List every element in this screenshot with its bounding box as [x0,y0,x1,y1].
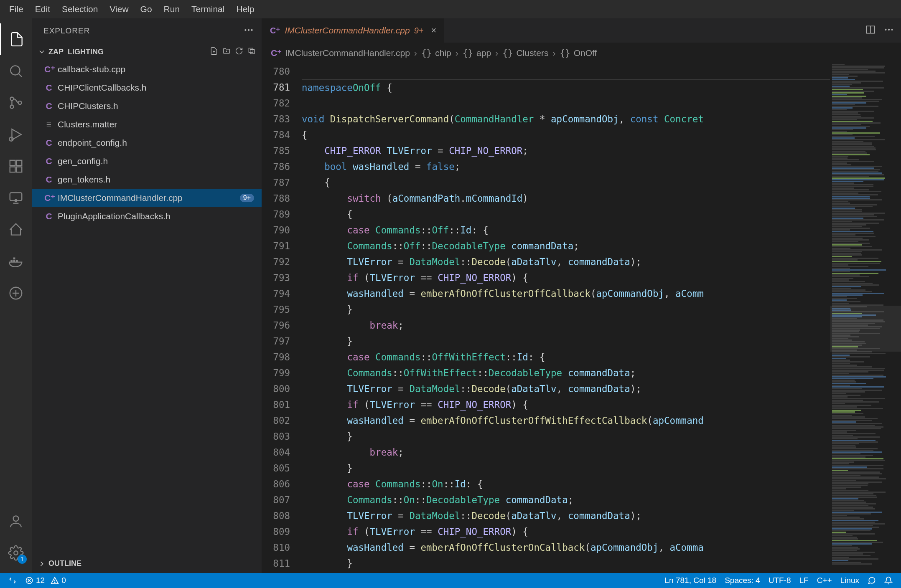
menu-run[interactable]: Run [158,4,186,14]
cpp-file-icon: C⁺ [44,193,53,203]
code-line[interactable]: wasHandled = emberAfOnOffClusterOffWithE… [302,413,830,428]
new-folder-icon[interactable] [222,47,231,57]
cursor-position[interactable]: Ln 781, Col 18 [661,576,721,585]
language-mode[interactable]: C++ [813,576,836,585]
code-line[interactable]: bool wasHandled = false; [302,159,830,175]
minimap[interactable] [830,63,901,573]
file-item-chipclusters-h[interactable]: CCHIPClusters.h [32,97,262,115]
code-line[interactable]: { [302,127,830,143]
encoding[interactable]: UTF-8 [764,576,795,585]
code-line[interactable]: case Commands::OffWithEffect::Id: { [302,349,830,365]
home-icon[interactable] [0,214,32,246]
file-item-chipclientcallbacks-h[interactable]: CCHIPClientCallbacks.h [32,79,262,97]
line-number: 786 [262,159,290,175]
code-line[interactable]: if (TLVError == CHIP_NO_ERROR) { [302,524,830,540]
tab-active[interactable]: C⁺ IMClusterCommandHandler.cpp 9+ × [262,18,444,43]
search-icon[interactable] [0,55,32,87]
remote-indicator[interactable] [4,576,21,585]
outline-section-header[interactable]: OUTLINE [32,554,262,573]
os-indicator[interactable]: Linux [836,576,863,585]
code-line[interactable]: if (TLVError == CHIP_NO_ERROR) { [302,270,830,286]
close-icon[interactable]: × [431,25,436,36]
breadcrumb-item-onoff[interactable]: {} OnOff [560,48,597,58]
code-container[interactable]: 7807817827837847857867877887897907917927… [262,63,901,573]
split-editor-icon[interactable] [865,24,876,37]
sidebar-section-header[interactable]: ZAP_LIGHTING [32,43,262,60]
svg-point-20 [14,551,18,555]
code-line[interactable]: Commands::Off::DecodableType commandData… [302,238,830,254]
file-item-gen_tokens-h[interactable]: Cgen_tokens.h [32,170,262,189]
remote-explorer-icon[interactable] [0,182,32,214]
sidebar-more-icon[interactable] [243,25,254,38]
code-line[interactable]: break; [302,317,830,333]
menu-terminal[interactable]: Terminal [186,4,230,14]
code-line[interactable]: case Commands::Off::Id: { [302,222,830,238]
breadcrumb[interactable]: C⁺ IMClusterCommandHandler.cpp›{} chip›{… [262,43,901,63]
code-line[interactable]: namespaceOnOff { [302,79,830,95]
minimap-viewport[interactable] [830,306,901,352]
code-line[interactable]: TLVError = DataModel::Decode(aDataTlv, c… [302,254,830,270]
breadcrumb-item-clusters[interactable]: {} Clusters [502,48,548,58]
extensions-icon[interactable] [0,150,32,182]
code-line[interactable]: TLVError = DataModel::Decode(aDataTlv, c… [302,508,830,524]
file-item-endpoint_config-h[interactable]: Cendpoint_config.h [32,134,262,152]
code-line[interactable]: wasHandled = emberAfOnOffClusterOffCallb… [302,286,830,302]
file-item-callback-stub-cpp[interactable]: C⁺callback-stub.cpp [32,60,262,79]
explorer-icon[interactable] [0,23,32,55]
line-number: 792 [262,254,290,270]
file-name: IMClusterCommandHandler.cpp [58,193,183,203]
feedback-icon[interactable] [863,576,880,585]
menu-edit[interactable]: Edit [29,4,56,14]
code-line[interactable]: if (TLVError == CHIP_NO_ERROR) { [302,397,830,413]
menu-go[interactable]: Go [135,4,158,14]
more-actions-icon[interactable] [883,24,894,37]
code-line[interactable]: } [302,428,830,444]
docker-icon[interactable] [0,246,32,277]
file-item-pluginapplicationcallbacks-h[interactable]: CPluginApplicationCallbacks.h [32,207,262,226]
code-line[interactable] [302,95,830,111]
code-body[interactable]: namespaceOnOff {void DispatchServerComma… [302,63,830,573]
run-debug-icon[interactable] [0,119,32,150]
code-line[interactable]: break; [302,444,830,460]
code-line[interactable] [302,63,830,79]
code-line[interactable]: { [302,175,830,190]
menu-selection[interactable]: Selection [56,4,104,14]
code-line[interactable]: TLVError = DataModel::Decode(aDataTlv, c… [302,381,830,397]
breadcrumb-item-imclustercommandhandler-cpp[interactable]: C⁺ IMClusterCommandHandler.cpp [271,48,410,58]
file-item-clusters-matter[interactable]: ≡Clusters.matter [32,115,262,134]
file-item-imclustercommandhandler-cpp[interactable]: C⁺IMClusterCommandHandler.cpp9+ [32,189,262,207]
c-file-icon: C [44,156,53,166]
file-name: CHIPClusters.h [58,101,118,111]
breadcrumb-item-app[interactable]: {} app [463,48,491,58]
code-line[interactable]: } [302,333,830,349]
code-line[interactable]: CHIP_ERROR TLVError = CHIP_NO_ERROR; [302,143,830,159]
cmake-icon[interactable] [0,277,32,309]
notifications-icon[interactable] [880,576,897,585]
menu-file[interactable]: File [3,4,29,14]
eol[interactable]: LF [795,576,812,585]
menu-view[interactable]: View [104,4,134,14]
outline-label: OUTLINE [48,559,81,568]
menu-help[interactable]: Help [230,4,260,14]
settings-badge: 1 [18,555,27,564]
code-line[interactable]: void DispatchServerCommand(CommandHandle… [302,111,830,127]
breadcrumb-item-chip[interactable]: {} chip [421,48,451,58]
code-line[interactable]: switch (aCommandPath.mCommandId) [302,190,830,206]
settings-gear-icon[interactable]: 1 [0,537,32,569]
code-line[interactable]: case Commands::On::Id: { [302,476,830,492]
accounts-icon[interactable] [0,505,32,537]
code-line[interactable]: { [302,206,830,222]
refresh-icon[interactable] [235,47,243,57]
code-line[interactable]: Commands::OffWithEffect::DecodableType c… [302,365,830,381]
code-line[interactable]: } [302,302,830,317]
problems-errors[interactable]: 12 0 [21,576,70,585]
code-line[interactable]: } [302,460,830,476]
source-control-icon[interactable] [0,87,32,119]
new-file-icon[interactable] [210,47,218,57]
code-line[interactable]: wasHandled = emberAfOnOffClusterOnCallba… [302,540,830,555]
code-line[interactable]: } [302,555,830,571]
indentation[interactable]: Spaces: 4 [720,576,764,585]
file-item-gen_config-h[interactable]: Cgen_config.h [32,152,262,170]
code-line[interactable]: Commands::On::DecodableType commandData; [302,492,830,508]
collapse-all-icon[interactable] [247,47,256,57]
